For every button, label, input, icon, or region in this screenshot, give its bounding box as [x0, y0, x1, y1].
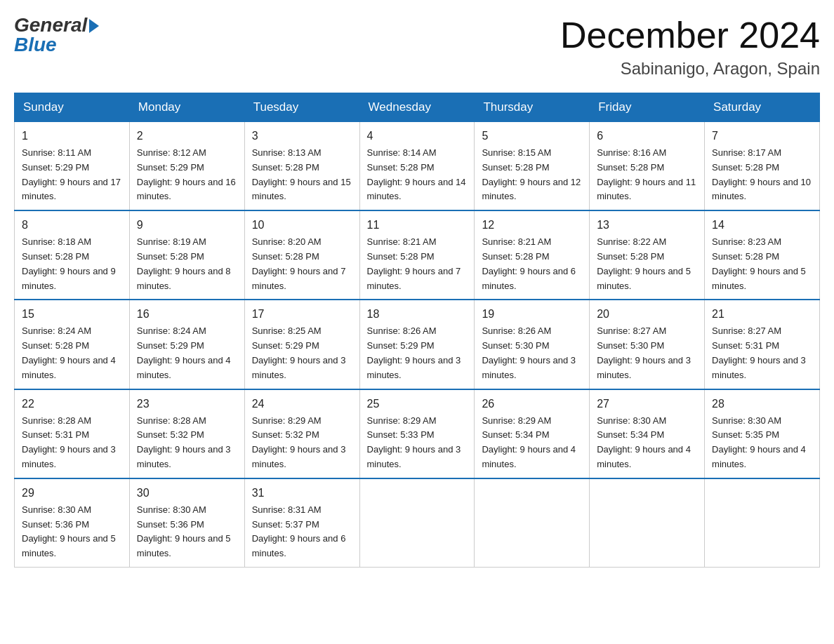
- day-number: 21: [712, 306, 812, 323]
- day-info: Sunrise: 8:29 AMSunset: 5:34 PMDaylight:…: [482, 415, 576, 469]
- day-cell: 29 Sunrise: 8:30 AMSunset: 5:36 PMDaylig…: [15, 478, 130, 568]
- day-number: 22: [22, 396, 122, 412]
- col-friday: Friday: [590, 93, 705, 122]
- week-row-3: 15 Sunrise: 8:24 AMSunset: 5:28 PMDaylig…: [15, 300, 820, 389]
- day-info: Sunrise: 8:30 AMSunset: 5:36 PMDaylight:…: [137, 504, 231, 558]
- day-cell: 31 Sunrise: 8:31 AMSunset: 5:37 PMDaylig…: [244, 478, 359, 568]
- day-info: Sunrise: 8:23 AMSunset: 5:28 PMDaylight:…: [712, 236, 806, 290]
- day-cell: 17 Sunrise: 8:25 AMSunset: 5:29 PMDaylig…: [244, 300, 359, 389]
- day-number: 11: [367, 217, 468, 234]
- day-number: 28: [712, 396, 812, 412]
- day-number: 5: [482, 128, 582, 145]
- day-info: Sunrise: 8:31 AMSunset: 5:37 PMDaylight:…: [252, 504, 346, 558]
- day-info: Sunrise: 8:14 AMSunset: 5:28 PMDaylight:…: [367, 147, 466, 201]
- day-info: Sunrise: 8:17 AMSunset: 5:28 PMDaylight:…: [712, 147, 811, 201]
- day-cell: [590, 478, 705, 568]
- day-info: Sunrise: 8:24 AMSunset: 5:28 PMDaylight:…: [22, 326, 116, 380]
- week-row-5: 29 Sunrise: 8:30 AMSunset: 5:36 PMDaylig…: [15, 478, 820, 568]
- day-cell: 11 Sunrise: 8:21 AMSunset: 5:28 PMDaylig…: [359, 210, 475, 300]
- day-info: Sunrise: 8:29 AMSunset: 5:33 PMDaylight:…: [367, 415, 461, 469]
- day-number: 30: [137, 485, 237, 502]
- col-thursday: Thursday: [475, 93, 590, 122]
- day-info: Sunrise: 8:26 AMSunset: 5:29 PMDaylight:…: [367, 326, 461, 380]
- col-saturday: Saturday: [705, 93, 820, 122]
- day-info: Sunrise: 8:19 AMSunset: 5:28 PMDaylight:…: [137, 236, 231, 290]
- day-cell: [359, 478, 475, 568]
- day-number: 26: [482, 396, 582, 412]
- logo: General Blue: [14, 14, 99, 56]
- day-cell: [475, 478, 590, 568]
- week-row-4: 22 Sunrise: 8:28 AMSunset: 5:31 PMDaylig…: [15, 389, 820, 478]
- day-number: 3: [252, 128, 352, 145]
- day-number: 23: [137, 396, 237, 412]
- day-number: 18: [367, 306, 468, 323]
- day-info: Sunrise: 8:12 AMSunset: 5:29 PMDaylight:…: [137, 147, 236, 201]
- day-info: Sunrise: 8:18 AMSunset: 5:28 PMDaylight:…: [22, 236, 116, 290]
- col-wednesday: Wednesday: [359, 93, 475, 122]
- day-info: Sunrise: 8:22 AMSunset: 5:28 PMDaylight:…: [597, 236, 691, 290]
- day-cell: 28 Sunrise: 8:30 AMSunset: 5:35 PMDaylig…: [705, 389, 820, 478]
- week-row-1: 1 Sunrise: 8:11 AMSunset: 5:29 PMDayligh…: [15, 122, 820, 211]
- day-number: 4: [367, 128, 468, 145]
- day-cell: 21 Sunrise: 8:27 AMSunset: 5:31 PMDaylig…: [705, 300, 820, 389]
- day-info: Sunrise: 8:28 AMSunset: 5:31 PMDaylight:…: [22, 415, 116, 469]
- day-cell: 16 Sunrise: 8:24 AMSunset: 5:29 PMDaylig…: [129, 300, 244, 389]
- day-info: Sunrise: 8:16 AMSunset: 5:28 PMDaylight:…: [597, 147, 696, 201]
- week-row-2: 8 Sunrise: 8:18 AMSunset: 5:28 PMDayligh…: [15, 210, 820, 300]
- day-info: Sunrise: 8:11 AMSunset: 5:29 PMDaylight:…: [22, 147, 121, 201]
- day-number: 12: [482, 217, 582, 234]
- day-info: Sunrise: 8:27 AMSunset: 5:30 PMDaylight:…: [597, 326, 691, 380]
- day-number: 25: [367, 396, 468, 412]
- day-number: 27: [597, 396, 697, 412]
- col-tuesday: Tuesday: [244, 93, 359, 122]
- day-info: Sunrise: 8:20 AMSunset: 5:28 PMDaylight:…: [252, 236, 346, 290]
- day-cell: 4 Sunrise: 8:14 AMSunset: 5:28 PMDayligh…: [359, 122, 475, 211]
- logo-blue-text: Blue: [14, 34, 57, 56]
- day-info: Sunrise: 8:29 AMSunset: 5:32 PMDaylight:…: [252, 415, 346, 469]
- day-number: 10: [252, 217, 352, 234]
- day-number: 15: [22, 306, 122, 323]
- day-number: 20: [597, 306, 697, 323]
- day-cell: 24 Sunrise: 8:29 AMSunset: 5:32 PMDaylig…: [244, 389, 359, 478]
- logo-arrow-icon: [89, 19, 99, 33]
- header-row: Sunday Monday Tuesday Wednesday Thursday…: [15, 93, 820, 122]
- day-number: 14: [712, 217, 812, 234]
- location-title: Sabinanigo, Aragon, Spain: [560, 59, 820, 79]
- day-number: 8: [22, 217, 122, 234]
- month-title: December 2024: [560, 14, 820, 56]
- col-sunday: Sunday: [15, 93, 130, 122]
- day-cell: 20 Sunrise: 8:27 AMSunset: 5:30 PMDaylig…: [590, 300, 705, 389]
- day-cell: 13 Sunrise: 8:22 AMSunset: 5:28 PMDaylig…: [590, 210, 705, 300]
- day-cell: 8 Sunrise: 8:18 AMSunset: 5:28 PMDayligh…: [15, 210, 130, 300]
- day-number: 2: [137, 128, 237, 145]
- day-cell: 5 Sunrise: 8:15 AMSunset: 5:28 PMDayligh…: [475, 122, 590, 211]
- day-cell: 2 Sunrise: 8:12 AMSunset: 5:29 PMDayligh…: [129, 122, 244, 211]
- day-number: 1: [22, 128, 122, 145]
- day-info: Sunrise: 8:30 AMSunset: 5:35 PMDaylight:…: [712, 415, 806, 469]
- day-cell: 25 Sunrise: 8:29 AMSunset: 5:33 PMDaylig…: [359, 389, 475, 478]
- day-number: 19: [482, 306, 582, 323]
- day-cell: 26 Sunrise: 8:29 AMSunset: 5:34 PMDaylig…: [475, 389, 590, 478]
- day-number: 24: [252, 396, 352, 412]
- day-cell: 15 Sunrise: 8:24 AMSunset: 5:28 PMDaylig…: [15, 300, 130, 389]
- day-cell: 12 Sunrise: 8:21 AMSunset: 5:28 PMDaylig…: [475, 210, 590, 300]
- day-cell: 30 Sunrise: 8:30 AMSunset: 5:36 PMDaylig…: [129, 478, 244, 568]
- day-cell: 19 Sunrise: 8:26 AMSunset: 5:30 PMDaylig…: [475, 300, 590, 389]
- day-cell: 1 Sunrise: 8:11 AMSunset: 5:29 PMDayligh…: [15, 122, 130, 211]
- title-section: December 2024 Sabinanigo, Aragon, Spain: [560, 14, 820, 79]
- day-number: 13: [597, 217, 697, 234]
- day-number: 31: [252, 485, 352, 502]
- day-cell: 6 Sunrise: 8:16 AMSunset: 5:28 PMDayligh…: [590, 122, 705, 211]
- day-cell: 27 Sunrise: 8:30 AMSunset: 5:34 PMDaylig…: [590, 389, 705, 478]
- day-info: Sunrise: 8:21 AMSunset: 5:28 PMDaylight:…: [367, 236, 461, 290]
- calendar-table: Sunday Monday Tuesday Wednesday Thursday…: [14, 93, 820, 568]
- day-number: 9: [137, 217, 237, 234]
- day-cell: 10 Sunrise: 8:20 AMSunset: 5:28 PMDaylig…: [244, 210, 359, 300]
- day-cell: 3 Sunrise: 8:13 AMSunset: 5:28 PMDayligh…: [244, 122, 359, 211]
- day-info: Sunrise: 8:24 AMSunset: 5:29 PMDaylight:…: [137, 326, 231, 380]
- day-info: Sunrise: 8:27 AMSunset: 5:31 PMDaylight:…: [712, 326, 806, 380]
- day-number: 29: [22, 485, 122, 502]
- day-cell: 14 Sunrise: 8:23 AMSunset: 5:28 PMDaylig…: [705, 210, 820, 300]
- day-number: 17: [252, 306, 352, 323]
- day-number: 7: [712, 128, 812, 145]
